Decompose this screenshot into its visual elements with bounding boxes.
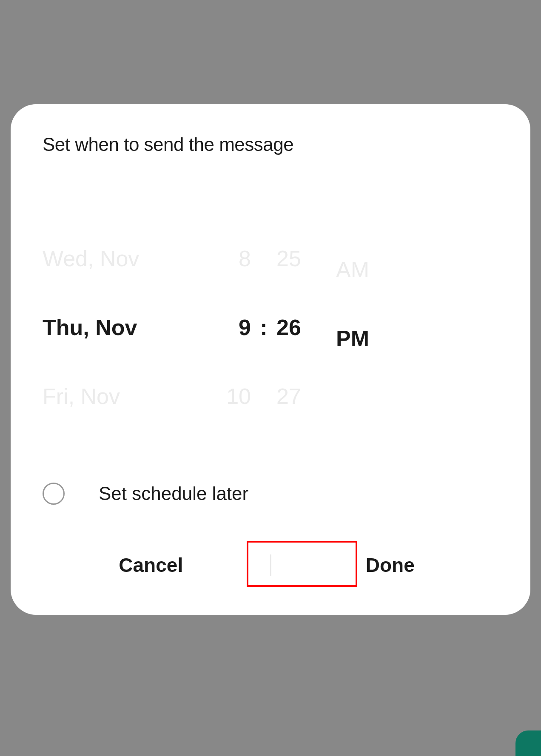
schedule-message-modal: Set when to send the message Wed, Nov Th…: [11, 104, 530, 615]
date-picker-column[interactable]: Wed, Nov Thu, Nov Fri, Nov: [43, 210, 213, 444]
date-next[interactable]: Fri, Nov: [43, 362, 120, 431]
schedule-later-option[interactable]: Set schedule later: [11, 483, 530, 505]
datetime-picker: Wed, Nov Thu, Nov Fri, Nov 8 9 10 : 25 2…: [11, 210, 530, 444]
cancel-button[interactable]: Cancel: [32, 541, 270, 589]
date-current[interactable]: Thu, Nov: [43, 293, 137, 362]
schedule-later-label: Set schedule later: [99, 483, 248, 504]
minute-current[interactable]: 26: [276, 293, 301, 362]
minute-prev[interactable]: 25: [276, 224, 301, 293]
hour-next[interactable]: 10: [226, 362, 251, 431]
hour-picker-column[interactable]: 8 9 10: [213, 210, 251, 444]
done-button[interactable]: Done: [271, 541, 510, 589]
modal-title: Set when to send the message: [11, 134, 530, 155]
minute-picker-column[interactable]: 25 26 27: [276, 210, 319, 444]
time-separator: :: [251, 315, 276, 340]
radio-unchecked-icon[interactable]: [43, 483, 65, 505]
modal-buttons: Cancel Done: [11, 541, 530, 589]
ampm-current[interactable]: PM: [336, 304, 369, 373]
minute-next[interactable]: 27: [276, 362, 301, 431]
ampm-picker-column[interactable]: AM PM: [336, 210, 387, 444]
hour-current[interactable]: 9: [239, 293, 251, 362]
hour-prev[interactable]: 8: [239, 224, 251, 293]
ampm-prev[interactable]: AM: [336, 235, 369, 304]
date-prev[interactable]: Wed, Nov: [43, 224, 139, 293]
fab-partial: [515, 730, 541, 756]
